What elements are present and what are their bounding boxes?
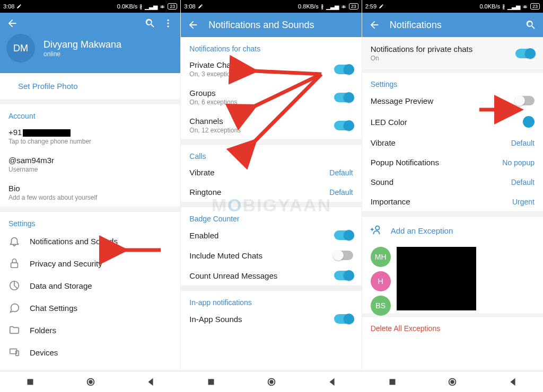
- clock: 2:59: [365, 3, 376, 10]
- section-inapp: In-app notifications: [181, 291, 361, 309]
- signal-icon: ▁▃▅: [507, 3, 520, 10]
- row-private-chats[interactable]: Private Chats On, 3 exceptions: [181, 55, 361, 83]
- back-nav-button[interactable]: [507, 376, 519, 388]
- toggle-channels[interactable]: [334, 121, 353, 130]
- svg-point-21: [89, 380, 92, 384]
- chat-icon: [8, 302, 20, 314]
- wifi-icon: ⩨: [522, 3, 528, 10]
- section-account: Account: [0, 104, 180, 122]
- add-exception[interactable]: Add an Exception: [362, 217, 543, 245]
- back-nav-button[interactable]: [145, 376, 156, 388]
- row-popup[interactable]: Popup Notifications No popup: [362, 153, 543, 172]
- clock: 3:08: [184, 3, 195, 10]
- recents-button[interactable]: [205, 376, 217, 388]
- screen-notifications-detail: 2:59 0.0KB/s ∦ ▁▃▅ ⩨ 23 Notifications No…: [362, 0, 543, 371]
- row-inapp-sounds[interactable]: In-App Sounds: [181, 309, 361, 329]
- row-notifications[interactable]: Notifications and Sounds: [0, 230, 180, 252]
- status-bar: 3:08 0.0KB/s ∦ ▁▃▅ ⩨ 23: [0, 0, 180, 13]
- net-speed: 0.0KB/s: [117, 3, 138, 10]
- app-bar: [0, 13, 180, 34]
- app-bar: Notifications and Sounds: [181, 13, 361, 37]
- lock-icon: [8, 257, 20, 269]
- home-button[interactable]: [85, 376, 97, 388]
- toggle-notif-private[interactable]: [515, 49, 535, 58]
- row-vibrate[interactable]: Vibrate Default: [181, 163, 361, 182]
- signal-icon: ▁▃▅: [145, 3, 157, 10]
- toggle-groups[interactable]: [334, 93, 353, 102]
- screen-profile-settings: 3:08 0.0KB/s ∦ ▁▃▅ ⩨ 23 DM: [0, 0, 181, 371]
- back-button[interactable]: [187, 19, 199, 31]
- set-profile-photo[interactable]: Set Profile Photo: [0, 73, 180, 104]
- row-led-color[interactable]: LED Color: [362, 111, 543, 133]
- clock: 3:08: [3, 3, 14, 10]
- row-phone[interactable]: +91 Tap to change phone number: [0, 122, 180, 150]
- battery-icon: 23: [168, 3, 177, 10]
- svg-point-27: [451, 380, 454, 384]
- row-importance[interactable]: Importance Urgent: [362, 192, 543, 211]
- delete-exceptions[interactable]: Delete All Exceptions: [362, 317, 543, 335]
- pencil-icon: [379, 4, 384, 9]
- section-settings: Settings: [362, 73, 543, 91]
- status-bar: 3:08 0.8KB/s ∦ ▁▃▅ ⩨ 23: [181, 0, 361, 13]
- row-folders[interactable]: Folders: [0, 319, 180, 341]
- section-settings: Settings: [0, 212, 180, 230]
- row-vibrate[interactable]: Vibrate Default: [362, 133, 543, 153]
- svg-rect-19: [27, 379, 33, 385]
- wifi-icon: ⩨: [341, 3, 347, 10]
- bluetooth-icon: ∦: [139, 3, 143, 10]
- row-data-storage[interactable]: Data and Storage: [0, 274, 180, 297]
- svg-rect-7: [11, 263, 18, 268]
- row-bio[interactable]: Bio Add a few words about yourself: [0, 179, 180, 207]
- redacted-names: [397, 247, 476, 310]
- row-username[interactable]: @sam94m3r Username: [0, 150, 180, 179]
- add-person-icon: [371, 224, 382, 237]
- toggle-muted[interactable]: [334, 251, 353, 260]
- recents-button[interactable]: [387, 376, 398, 388]
- svg-rect-22: [208, 379, 214, 385]
- profile-name: Divyang Makwana: [43, 39, 121, 50]
- row-ringtone[interactable]: Ringtone Default: [181, 182, 361, 202]
- redacted-phone: [23, 129, 71, 137]
- android-nav-bar: [0, 371, 543, 392]
- back-button[interactable]: [369, 19, 380, 31]
- svg-point-1: [168, 22, 169, 24]
- net-speed: 0.8KB/s: [298, 3, 319, 10]
- home-button[interactable]: [446, 376, 458, 388]
- search-button[interactable]: [525, 19, 537, 31]
- toggle-private[interactable]: [334, 65, 353, 74]
- back-nav-button[interactable]: [326, 376, 338, 388]
- row-privacy[interactable]: Privacy and Security: [0, 252, 180, 274]
- toggle-unread[interactable]: [334, 271, 353, 280]
- row-channels[interactable]: Channels On, 12 exceptions: [181, 111, 361, 139]
- section-chats: Notifications for chats: [181, 37, 361, 55]
- row-include-muted[interactable]: Include Muted Chats: [181, 245, 361, 265]
- recents-button[interactable]: [24, 376, 36, 388]
- toggle-enabled[interactable]: [334, 230, 353, 240]
- search-button[interactable]: [144, 17, 156, 29]
- row-message-preview[interactable]: Message Preview: [362, 91, 543, 111]
- folder-icon: [8, 324, 20, 336]
- home-button[interactable]: [266, 376, 277, 388]
- row-groups[interactable]: Groups On, 6 exceptions: [181, 83, 361, 111]
- row-devices[interactable]: Devices: [0, 341, 180, 363]
- section-calls: Calls: [181, 145, 361, 163]
- svg-point-2: [168, 25, 169, 27]
- row-sound[interactable]: Sound Default: [362, 172, 543, 192]
- avatar: BS: [371, 296, 391, 316]
- avatar[interactable]: DM: [6, 34, 35, 63]
- pencil-icon: [16, 4, 22, 9]
- more-button[interactable]: [162, 17, 174, 29]
- svg-point-15: [375, 226, 379, 230]
- row-enabled[interactable]: Enabled: [181, 225, 361, 245]
- row-notifications-private[interactable]: Notifications for private chats On: [362, 37, 543, 69]
- back-button[interactable]: [6, 17, 18, 29]
- pie-icon: [8, 280, 20, 291]
- svg-point-0: [168, 20, 169, 21]
- row-chat-settings[interactable]: Chat Settings: [0, 297, 180, 319]
- row-count-unread[interactable]: Count Unread Messages: [181, 265, 361, 286]
- signal-icon: ▁▃▅: [326, 3, 339, 10]
- bluetooth-icon: ∦: [321, 3, 324, 10]
- toggle-inapp-sounds[interactable]: [334, 314, 353, 324]
- app-bar: Notifications: [362, 13, 543, 37]
- toggle-msg-preview[interactable]: [515, 96, 535, 105]
